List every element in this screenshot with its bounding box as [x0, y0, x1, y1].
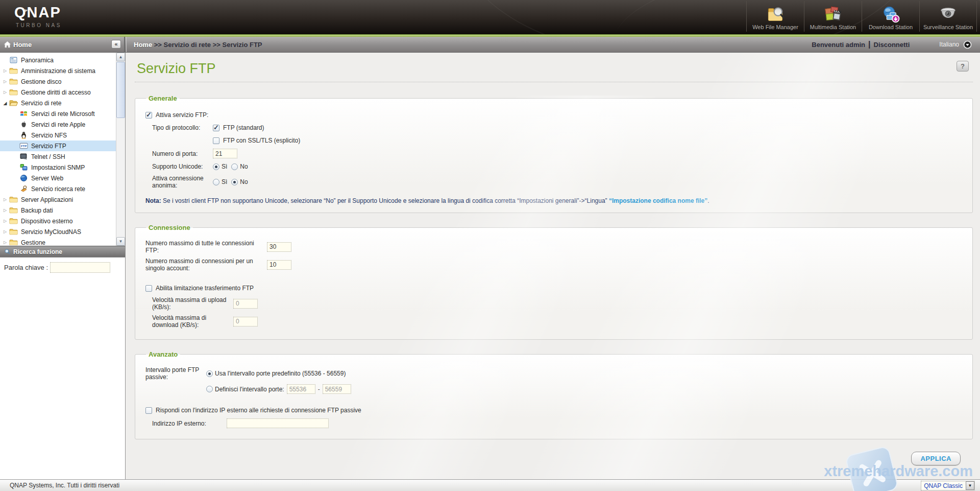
sidebar-item-amministrazione-di-sistema[interactable]: ▷Amministrazione di sistema: [0, 65, 116, 76]
port-range-to-input[interactable]: [323, 384, 351, 394]
tree-collapsed-arrow-icon[interactable]: ▷: [2, 197, 8, 202]
sidebar-item-gestione-disco[interactable]: ▷Gestione disco: [0, 76, 116, 87]
sidebar-tree: Panoramica▷Amministrazione di sistema▷Ge…: [0, 53, 116, 245]
sidebar-item-servizi-di-rete-microsoft[interactable]: Servizi di rete Microsoft: [0, 108, 116, 119]
scroll-up-button[interactable]: ▲: [116, 53, 125, 61]
station-web-file-manager[interactable]: Web File Manager: [746, 1, 804, 32]
sidebar-item-label: Server Web: [30, 175, 63, 182]
section-avanzato: Avanzato Intervallo porte FTP passive: U…: [135, 350, 973, 439]
station-multimedia-station[interactable]: Multimedia Station: [804, 1, 862, 32]
sidebar-item-dispositivo-esterno[interactable]: ▷Dispositivo esterno: [0, 216, 116, 226]
sidebar-item-label: Dispositivo esterno: [20, 218, 72, 225]
sidebar-item-label: Gestione disco: [20, 78, 61, 85]
passive-ports-label: Intervallo porte FTP passive:: [145, 366, 206, 381]
max-single-account-input[interactable]: [267, 260, 291, 270]
unicode-yes-radio[interactable]: [213, 163, 219, 170]
station-label: Download Station: [869, 24, 913, 32]
help-button[interactable]: ?: [957, 61, 969, 72]
scrollbar-thumb[interactable]: [116, 62, 125, 118]
external-ip-input[interactable]: [227, 418, 329, 428]
secondary-bar: Home « Home >> Servizio di rete >> Servi…: [0, 37, 980, 53]
max-connections-input[interactable]: [267, 242, 291, 252]
max-upload-label: Velocità massima di upload (KB/s):: [152, 296, 233, 311]
theme-dropdown-icon[interactable]: ▼: [966, 481, 974, 490]
default-port-range-radio[interactable]: [206, 370, 213, 377]
port-input[interactable]: [213, 149, 237, 158]
protocol-ssl-checkbox[interactable]: [213, 137, 219, 144]
breadcrumb-home[interactable]: Home: [134, 41, 152, 49]
sidebar-item-servizi-di-rete-apple[interactable]: Servizi di rete Apple: [0, 119, 116, 130]
keyword-input[interactable]: [50, 262, 110, 273]
external-ip-checkbox[interactable]: [145, 407, 152, 414]
main-content: Servizio FTP ? Generale Attiva servizio …: [126, 53, 980, 479]
tree-collapsed-arrow-icon[interactable]: ▷: [2, 90, 8, 95]
language-dropdown-icon[interactable]: [963, 40, 972, 49]
sidebar-item-servizio-nfs[interactable]: Servizio NFS: [0, 130, 116, 141]
apple-icon: [19, 121, 28, 128]
section-avanzato-legend: Avanzato: [146, 350, 180, 358]
sidebar-item-label: Backup dati: [20, 207, 53, 214]
station-surveillance-station[interactable]: Surveillance Station: [919, 1, 977, 32]
breadcrumb-bar: Home >> Servizio di rete >> Servizio FTP…: [126, 37, 980, 52]
folder-icon: [9, 228, 18, 236]
station-download-station[interactable]: Download Station: [862, 1, 919, 32]
station-label: Multimedia Station: [810, 24, 856, 32]
enable-ftp-checkbox[interactable]: [145, 112, 152, 119]
footer: QNAP Systems, Inc. Tutti i diritti riser…: [0, 479, 980, 491]
sidebar-item-impostazioni-snmp[interactable]: Impostazioni SNMP: [0, 162, 116, 173]
tree-collapsed-arrow-icon[interactable]: ▷: [2, 240, 8, 245]
sidebar-item-label: Servizio di rete: [20, 100, 61, 107]
theme-select-value: QNAP Classic: [921, 482, 966, 489]
unicode-no-radio[interactable]: [231, 163, 238, 170]
folder-icon: [9, 239, 18, 245]
page-title: Servizio FTP: [137, 61, 980, 77]
sidebar-item-backup-dati[interactable]: ▷Backup dati: [0, 205, 116, 216]
anonymous-yes-radio[interactable]: [213, 179, 219, 185]
max-upload-input[interactable]: [233, 299, 258, 309]
sidebar-scrollbar[interactable]: ▲ ▼: [116, 53, 125, 246]
tree-collapsed-arrow-icon[interactable]: ▷: [2, 68, 8, 73]
port-range-from-input[interactable]: [287, 384, 315, 394]
scroll-down-button[interactable]: ▼: [116, 237, 125, 246]
sidebar-item-label: Servizi di rete Microsoft: [30, 110, 95, 118]
sidebar-item-gestione[interactable]: ▷Gestione: [0, 237, 116, 245]
max-download-input[interactable]: [233, 317, 258, 326]
sidebar-item-gestione-diritti-di-accesso[interactable]: ▷Gestione diritti di accesso: [0, 87, 116, 98]
tree-collapsed-arrow-icon[interactable]: ▷: [2, 229, 8, 234]
tree-collapsed-arrow-icon[interactable]: ▷: [2, 208, 8, 213]
sidebar-item-panoramica[interactable]: Panoramica: [0, 55, 116, 65]
sidebar-item-telnet-ssh[interactable]: Telnet / SSH: [0, 151, 116, 162]
define-port-range-radio[interactable]: [206, 386, 213, 392]
protocol-ftp-checkbox[interactable]: [213, 125, 219, 131]
tree-collapsed-arrow-icon[interactable]: ▷: [2, 219, 8, 223]
download-station-icon: [881, 5, 900, 24]
sidebar-item-servizio-di-rete[interactable]: ◢Servizio di rete: [0, 98, 116, 108]
sidebar-collapse-button[interactable]: «: [111, 40, 121, 49]
note-link[interactable]: “Impostazione codifica nome file”: [609, 197, 707, 204]
sidebar-header: Home «: [0, 37, 125, 52]
sidebar-item-servizio-ftp[interactable]: FTPServizio FTP: [0, 141, 116, 151]
sidebar-item-servizio-ricerca-rete[interactable]: Servizio ricerca rete: [0, 183, 116, 194]
theme-select[interactable]: QNAP Classic ▼: [921, 481, 975, 490]
note-prefix: Nota:: [145, 197, 161, 204]
sidebar-item-servizio-mycloudnas[interactable]: ▷Servizio MyCloudNAS: [0, 226, 116, 237]
sidebar-item-label: Panoramica: [20, 57, 54, 64]
tree-expanded-arrow-icon[interactable]: ◢: [2, 101, 8, 106]
breadcrumb-section[interactable]: Servizio di rete: [164, 41, 211, 49]
sidebar-item-server-web[interactable]: Server Web: [0, 173, 116, 183]
divider: |: [868, 40, 870, 49]
ftp-limit-label: Abilita limitazione trasferimento FTP: [156, 285, 254, 292]
sidebar-item-label: Servizio NFS: [30, 132, 67, 139]
sidebar-item-server-applicazioni[interactable]: ▷Server Applicazioni: [0, 194, 116, 205]
max-single-account-label: Numero massimo di connessioni per un sin…: [145, 258, 267, 272]
section-generale: Generale Attiva servizio FTP: Tipo di pr…: [135, 95, 973, 213]
logout-link[interactable]: Disconnetti: [874, 41, 910, 49]
tree-collapsed-arrow-icon[interactable]: ▷: [2, 79, 8, 84]
sidebar-item-label: Gestione diritti di accesso: [20, 89, 91, 96]
unicode-note: Nota: Se i vostri client FTP non support…: [145, 197, 962, 204]
anonymous-no-radio[interactable]: [231, 179, 238, 185]
ftp-limit-checkbox[interactable]: [145, 285, 152, 292]
breadcrumb-page: Servizio FTP: [222, 41, 262, 49]
language-label: Italiano: [939, 41, 959, 48]
protocol-ftp-label: FTP (standard): [223, 124, 264, 131]
